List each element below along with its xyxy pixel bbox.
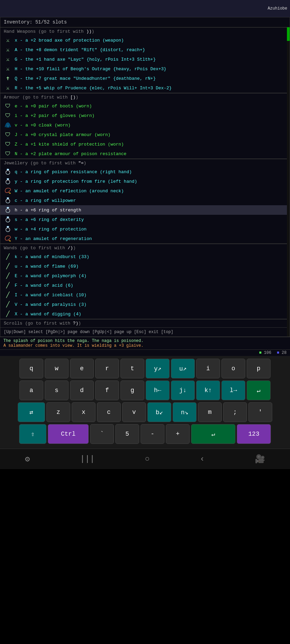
key-c[interactable]: c — [97, 402, 121, 422]
key-h[interactable]: h← — [146, 380, 170, 400]
key-t[interactable]: t — [120, 359, 144, 378]
key-m[interactable]: m — [198, 402, 222, 422]
item-e[interactable]: 🛡 e - a +0 pair of boots (worn) — [0, 101, 290, 111]
key-minus[interactable]: - — [141, 424, 164, 444]
key-semicolon[interactable]: ; — [223, 402, 247, 422]
key-e[interactable]: e — [70, 359, 94, 378]
nav-camera-icon[interactable]: 🎥 — [255, 454, 265, 464]
section-jewellery: Jewellery (go to first with "=) — [0, 159, 290, 167]
item-Q[interactable]: ✝ Q - the +7 great mace "Undeadhunter" {… — [0, 74, 290, 83]
scrollbar-track[interactable] — [287, 27, 290, 336]
key-5[interactable]: 5 — [115, 424, 139, 444]
message-1: The splash of poison hits the naga. The … — [3, 339, 287, 343]
inventory-scroll-area[interactable]: Hand Weapons (go to first with ))) ⚔ x -… — [0, 27, 290, 336]
item-A[interactable]: ⚔ A - the +8 demon trident "Rift" {disto… — [0, 45, 290, 55]
ring-icon-h: 💍 — [4, 206, 12, 214]
item-N[interactable]: 🛡 N - a +2 plate armour of poison resist… — [0, 149, 290, 159]
key-l[interactable]: l→ — [221, 380, 245, 400]
wand-icon-k: ╱ — [4, 253, 12, 261]
key-quote[interactable]: ' — [248, 402, 272, 422]
item-Y[interactable]: 📿 Y - an amulet of regeneration — [0, 234, 290, 243]
item-F[interactable]: ╱ F - a wand of acid (6) — [0, 281, 290, 290]
weapon-icon-G: ⚔ — [4, 55, 12, 63]
key-o[interactable]: o — [221, 359, 245, 378]
wand-icon-I: ╱ — [4, 291, 12, 299]
section-scrolls: Scrolls (go to first with ?)) — [0, 319, 290, 327]
key-backtick[interactable]: ` — [90, 424, 114, 444]
key-p[interactable]: p — [247, 359, 271, 378]
ring-icon-q: 💍 — [4, 168, 12, 176]
key-g[interactable]: g — [120, 380, 144, 400]
weapon-icon-A: ⚔ — [4, 46, 12, 54]
key-x[interactable]: x — [72, 402, 96, 422]
key-v[interactable]: v — [122, 402, 146, 422]
item-J[interactable]: 🛡 J - a +0 crystal plate armour (worn) — [0, 130, 290, 139]
nav-menu-icon[interactable]: ||| — [80, 454, 95, 464]
ring-icon-y: 💍 — [4, 177, 12, 185]
key-z[interactable]: z — [46, 402, 70, 422]
key-i[interactable]: i — [196, 359, 220, 378]
section-label-scrolls: Scrolls — [4, 321, 23, 326]
key-enter[interactable]: ↵ — [247, 380, 271, 400]
key-d[interactable]: d — [70, 380, 94, 400]
armour-icon-J: 🛡 — [4, 131, 12, 139]
key-n[interactable]: n↘ — [173, 402, 197, 422]
section-goto-hand-weapons: (go to first with ))) — [38, 29, 94, 34]
key-123[interactable]: 123 — [237, 424, 271, 444]
scrollbar-thumb[interactable] — [287, 27, 290, 41]
item-I[interactable]: ╱ I - a wand of iceblast (10) — [0, 290, 290, 300]
key-swap[interactable]: ⇄ — [18, 402, 45, 422]
hp-stat: ■ 106 — [259, 350, 271, 355]
item-X[interactable]: ╱ X - a wand of digging (4) — [0, 309, 290, 319]
item-E[interactable]: ╱ E - a wand of polymorph (4) — [0, 271, 290, 281]
key-newline[interactable]: ↵ — [191, 424, 235, 444]
top-bar: Azuhiobe — [0, 0, 290, 17]
item-v[interactable]: 🧥 v - a +0 cloak (worn) — [0, 120, 290, 130]
key-a[interactable]: a — [19, 380, 43, 400]
item-W[interactable]: 📿 W - an amulet of reflection (around ne… — [0, 186, 290, 196]
section-label-jewellery: Jewellery — [4, 161, 28, 166]
key-b[interactable]: b↙ — [147, 402, 171, 422]
key-s[interactable]: s — [45, 380, 69, 400]
item-G[interactable]: ⚔ G - the +1 hand axe "Layc" {holy, rPoi… — [0, 55, 290, 64]
amulet-icon-Y: 📿 — [4, 235, 12, 243]
key-k[interactable]: k↑ — [196, 380, 220, 400]
nav-home-icon[interactable]: ○ — [145, 454, 149, 464]
nav-back-icon[interactable]: ‹ — [200, 454, 205, 464]
key-ctrl[interactable]: Ctrl — [48, 424, 89, 444]
mp-stat: ■ 28 — [277, 350, 287, 355]
item-V[interactable]: ╱ V - a wand of paralysis (3) — [0, 300, 290, 309]
item-y[interactable]: 💍 y - a ring of protection from fire (le… — [0, 177, 290, 186]
nav-settings-icon[interactable]: ⚙ — [25, 454, 30, 464]
key-plus[interactable]: + — [166, 424, 190, 444]
key-r[interactable]: r — [95, 359, 119, 378]
key-u[interactable]: u↗ — [171, 359, 195, 378]
ring-icon-s: 💍 — [4, 215, 12, 224]
item-c[interactable]: 💍 c - a ring of willpower — [0, 196, 290, 205]
key-y[interactable]: y↗ — [146, 359, 170, 378]
armour-icon-i: 🛡 — [4, 111, 12, 120]
section-wands: Wands (go to first with /)) — [0, 244, 290, 252]
item-R[interactable]: ⚔ R - the +5 whip of Prudence {elec, rPo… — [0, 83, 290, 93]
item-q[interactable]: 💍 q - a ring of poison resistance (right… — [0, 167, 290, 177]
item-Z[interactable]: 🛡 Z - a +1 kite shield of protection (wo… — [0, 139, 290, 149]
nav-bar: ⚙ ||| ○ ‹ 🎥 — [0, 449, 290, 469]
item-k[interactable]: ╱ k - a wand of mindburst (33) — [0, 252, 290, 261]
item-x[interactable]: ⚔ x - a +2 broad axe of protection (weap… — [0, 35, 290, 45]
armour-icon-Z: 🛡 — [4, 140, 12, 148]
key-shift[interactable]: ⇧ — [19, 424, 46, 444]
item-H[interactable]: ⚔ H - the +10 flail of Beogh's Outrage {… — [0, 64, 290, 74]
item-s[interactable]: 💍 s - a +6 ring of dexterity — [0, 215, 290, 224]
key-w[interactable]: w — [45, 359, 69, 378]
keyboard: q w e r t y↗ u↗ i o p a s d f g h← j↓ k↑… — [0, 356, 290, 449]
key-q[interactable]: q — [19, 359, 43, 378]
section-label-hand-weapons: Hand Weapons — [4, 29, 36, 34]
key-f[interactable]: f — [95, 380, 119, 400]
item-i[interactable]: 🛡 i - a +2 pair of gloves (worn) — [0, 111, 290, 120]
item-u[interactable]: ╱ u - a wand of flame (69) — [0, 261, 290, 271]
key-j[interactable]: j↓ — [171, 380, 195, 400]
wand-icon-X: ╱ — [4, 310, 12, 318]
item-w[interactable]: 💍 w - a +4 ring of protection — [0, 224, 290, 234]
item-h[interactable]: 💍 h - a +6 ring of strength — [0, 205, 290, 215]
ring-icon-c: 💍 — [4, 196, 12, 205]
